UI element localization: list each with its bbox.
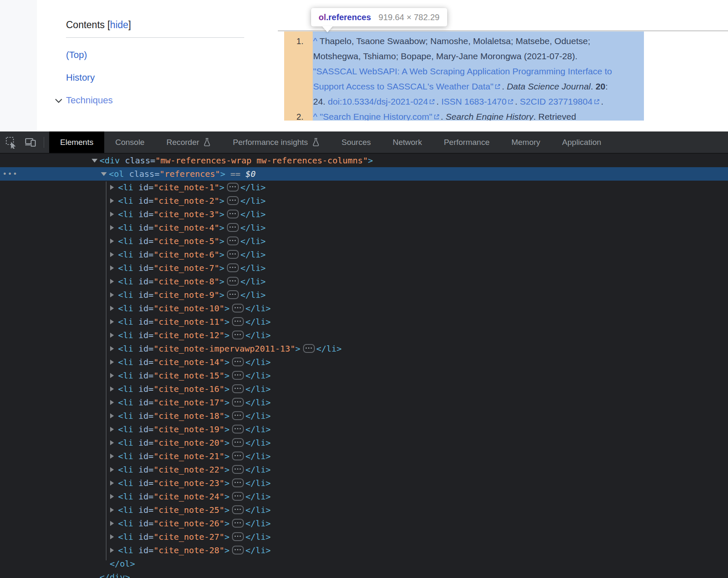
- tree-row-close-div[interactable]: </div>: [0, 570, 728, 578]
- expand-inline-ellipsis-button[interactable]: [227, 277, 239, 286]
- collapsed-chevron-icon[interactable]: [110, 548, 114, 553]
- tree-row-selected-ol[interactable]: •••<ol class="references"> == $0: [0, 167, 728, 181]
- collapsed-chevron-icon[interactable]: [110, 306, 114, 311]
- expand-inline-ellipsis-button[interactable]: [227, 250, 239, 259]
- collapsed-chevron-icon[interactable]: [110, 198, 114, 203]
- expand-inline-ellipsis-button[interactable]: [232, 425, 244, 434]
- tree-row-li[interactable]: <li id="cite_note-10"></li>: [0, 302, 728, 315]
- expand-inline-ellipsis-button[interactable]: [232, 505, 244, 514]
- tree-row-li[interactable]: <li id="cite_note-21"></li>: [0, 449, 728, 463]
- reference-link[interactable]: ISSN 1683-1470: [441, 97, 506, 106]
- tree-row-li[interactable]: <li id="cite_note-27"></li>: [0, 530, 728, 544]
- tab-sources[interactable]: Sources: [331, 131, 382, 153]
- collapsed-chevron-icon[interactable]: [110, 494, 114, 499]
- tree-row-li[interactable]: <li id="cite_note-14"></li>: [0, 355, 728, 369]
- tab-performance[interactable]: Performance: [433, 131, 501, 153]
- expand-inline-ellipsis-button[interactable]: [232, 532, 244, 541]
- expand-inline-ellipsis-button[interactable]: [232, 357, 244, 366]
- inspect-element-icon[interactable]: [4, 135, 18, 150]
- tree-row-li[interactable]: <li id="cite_note-25"></li>: [0, 503, 728, 517]
- tab-performance-insights[interactable]: Performance insights: [222, 131, 330, 153]
- collapsed-chevron-icon[interactable]: [110, 373, 114, 378]
- tree-row-li[interactable]: <li id="cite_note-24"></li>: [0, 490, 728, 503]
- tree-row-li[interactable]: <li id="cite_note-3"></li>: [0, 208, 728, 221]
- expand-inline-ellipsis-button[interactable]: [227, 223, 239, 232]
- expand-inline-ellipsis-button[interactable]: [232, 304, 244, 313]
- collapsed-chevron-icon[interactable]: [110, 265, 114, 271]
- expand-inline-ellipsis-button[interactable]: [232, 411, 244, 420]
- expand-inline-ellipsis-button[interactable]: [227, 183, 239, 192]
- tree-row-open-div[interactable]: <div class="mw-references-wrap mw-refere…: [0, 154, 728, 167]
- tree-row-li[interactable]: <li id="cite_note-6"></li>: [0, 248, 728, 261]
- reference-link[interactable]: Support Access to SASSCAL's Weather Data…: [313, 81, 493, 91]
- collapsed-chevron-icon[interactable]: [110, 239, 114, 244]
- collapsed-chevron-icon[interactable]: [110, 360, 114, 365]
- toc-item-history[interactable]: History: [66, 72, 244, 83]
- tree-row-li[interactable]: <li id="cite_note-18"></li>: [0, 409, 728, 423]
- tree-row-li[interactable]: <li id="cite_note-23"></li>: [0, 476, 728, 490]
- expand-inline-ellipsis-button[interactable]: [232, 398, 244, 407]
- expand-inline-ellipsis-button[interactable]: [227, 210, 239, 218]
- tree-row-li[interactable]: <li id="cite_note-26"></li>: [0, 517, 728, 530]
- collapsed-chevron-icon[interactable]: [110, 225, 114, 230]
- reference-link[interactable]: "Search Engine History.com": [320, 112, 433, 121]
- tab-memory[interactable]: Memory: [501, 131, 551, 153]
- collapsed-chevron-icon[interactable]: [110, 467, 114, 472]
- expand-inline-ellipsis-button[interactable]: [232, 371, 244, 380]
- collapsed-chevron-icon[interactable]: [110, 534, 114, 539]
- tree-row-li[interactable]: <li id="cite_note-28"></li>: [0, 544, 728, 557]
- tab-console[interactable]: Console: [104, 131, 156, 153]
- expand-inline-ellipsis-button[interactable]: [232, 478, 244, 487]
- row-more-actions-button[interactable]: •••: [3, 167, 18, 181]
- collapsed-chevron-icon[interactable]: [110, 454, 114, 459]
- expand-inline-ellipsis-button[interactable]: [232, 438, 244, 447]
- reference-link[interactable]: S2CID 237719804: [520, 97, 593, 106]
- expand-inline-ellipsis-button[interactable]: [232, 317, 244, 326]
- reference-link[interactable]: ^: [313, 36, 317, 46]
- tree-row-li[interactable]: <li id="cite_note-2"></li>: [0, 194, 728, 208]
- tree-row-li[interactable]: <li id="cite_note-4"></li>: [0, 221, 728, 234]
- collapsed-chevron-icon[interactable]: [110, 346, 114, 351]
- toc-item-techniques[interactable]: Techniques: [66, 95, 244, 106]
- tree-row-li[interactable]: <li id="cite_note-impervawp2011-13"></li…: [0, 342, 728, 355]
- device-toolbar-icon[interactable]: [24, 135, 38, 150]
- collapsed-chevron-icon[interactable]: [110, 400, 114, 405]
- collapsed-chevron-icon[interactable]: [110, 427, 114, 432]
- tree-row-li[interactable]: <li id="cite_note-17"></li>: [0, 396, 728, 409]
- expand-inline-ellipsis-button[interactable]: [227, 263, 239, 272]
- toc-item-top[interactable]: (Top): [66, 50, 244, 60]
- tree-row-li[interactable]: <li id="cite_note-19"></li>: [0, 423, 728, 436]
- collapsed-chevron-icon[interactable]: [110, 440, 114, 445]
- tree-row-li[interactable]: <li id="cite_note-8"></li>: [0, 275, 728, 288]
- reference-link[interactable]: doi:10.5334/dsj-2021-024: [328, 97, 428, 106]
- collapsed-chevron-icon[interactable]: [110, 386, 114, 391]
- tree-row-li[interactable]: <li id="cite_note-7"></li>: [0, 261, 728, 275]
- tree-row-li[interactable]: <li id="cite_note-12"></li>: [0, 328, 728, 342]
- expand-inline-ellipsis-button[interactable]: [232, 465, 244, 474]
- collapsed-chevron-icon[interactable]: [110, 521, 114, 526]
- tree-row-li[interactable]: <li id="cite_note-11"></li>: [0, 315, 728, 328]
- collapsed-chevron-icon[interactable]: [110, 333, 114, 338]
- expand-inline-ellipsis-button[interactable]: [227, 290, 239, 299]
- chevron-down-icon[interactable]: [55, 98, 63, 103]
- collapsed-chevron-icon[interactable]: [110, 292, 114, 297]
- tree-row-li[interactable]: <li id="cite_note-16"></li>: [0, 382, 728, 396]
- tree-row-li[interactable]: <li id="cite_note-9"></li>: [0, 288, 728, 302]
- expand-inline-ellipsis-button[interactable]: [227, 196, 239, 205]
- reference-link[interactable]: ^: [313, 112, 317, 121]
- collapsed-chevron-icon[interactable]: [110, 212, 114, 217]
- tree-row-close-ol[interactable]: </ol>: [0, 557, 728, 570]
- collapsed-chevron-icon[interactable]: [110, 252, 114, 257]
- reference-link[interactable]: "SASSCAL WebSAPI: A Web Scraping Applica…: [313, 66, 612, 76]
- tree-row-li[interactable]: <li id="cite_note-20"></li>: [0, 436, 728, 449]
- expand-inline-ellipsis-button[interactable]: [303, 344, 315, 353]
- collapsed-chevron-icon[interactable]: [110, 507, 114, 512]
- tab-recorder[interactable]: Recorder: [156, 131, 222, 153]
- collapsed-chevron-icon[interactable]: [110, 185, 114, 190]
- tree-row-li[interactable]: <li id="cite_note-15"></li>: [0, 369, 728, 382]
- expanded-chevron-icon[interactable]: [92, 159, 98, 163]
- expand-inline-ellipsis-button[interactable]: [232, 492, 244, 501]
- toc-hide-link[interactable]: hide: [110, 19, 128, 30]
- tab-application[interactable]: Application: [551, 131, 612, 153]
- collapsed-chevron-icon[interactable]: [110, 279, 114, 284]
